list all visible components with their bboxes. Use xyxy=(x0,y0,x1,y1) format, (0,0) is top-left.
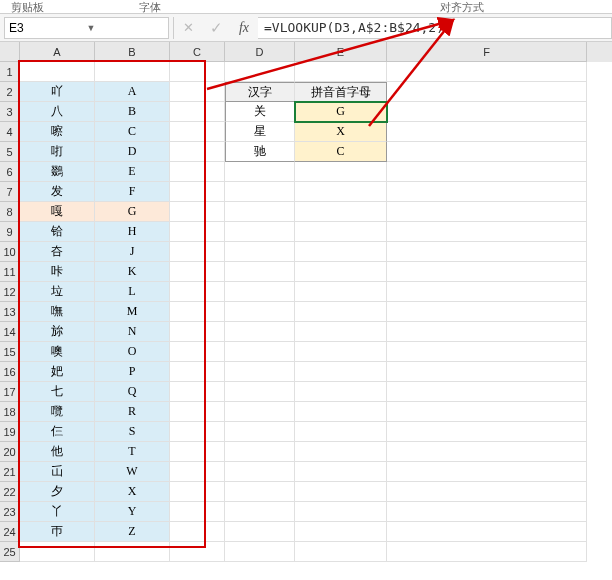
row-header-18[interactable]: 18 xyxy=(0,402,20,422)
row-header-11[interactable]: 11 xyxy=(0,262,20,282)
cell-A7[interactable]: 发 xyxy=(20,182,95,202)
cell-B23[interactable]: Y xyxy=(95,502,170,522)
cell-B1[interactable] xyxy=(95,62,170,82)
row-header-5[interactable]: 5 xyxy=(0,142,20,162)
name-box[interactable]: E3 ▼ xyxy=(4,17,169,39)
cell-E21[interactable] xyxy=(295,462,387,482)
cell-A16[interactable]: 妑 xyxy=(20,362,95,382)
cell-F23[interactable] xyxy=(387,502,587,522)
cell-E13[interactable] xyxy=(295,302,387,322)
cell-E11[interactable] xyxy=(295,262,387,282)
row-header-21[interactable]: 21 xyxy=(0,462,20,482)
cell-C19[interactable] xyxy=(170,422,225,442)
cell-E3[interactable]: G xyxy=(295,102,387,122)
cell-B6[interactable]: E xyxy=(95,162,170,182)
cell-F22[interactable] xyxy=(387,482,587,502)
cell-A25[interactable] xyxy=(20,542,95,562)
column-header-C[interactable]: C xyxy=(170,42,225,62)
cell-B18[interactable]: R xyxy=(95,402,170,422)
cell-A20[interactable]: 他 xyxy=(20,442,95,462)
confirm-button[interactable]: ✓ xyxy=(202,17,230,39)
cell-B10[interactable]: J xyxy=(95,242,170,262)
cell-F3[interactable] xyxy=(387,102,587,122)
cell-D14[interactable] xyxy=(225,322,295,342)
cell-B13[interactable]: M xyxy=(95,302,170,322)
cell-E23[interactable] xyxy=(295,502,387,522)
cell-D13[interactable] xyxy=(225,302,295,322)
cell-F1[interactable] xyxy=(387,62,587,82)
cell-D5[interactable]: 驰 xyxy=(225,142,295,162)
cell-E8[interactable] xyxy=(295,202,387,222)
row-header-24[interactable]: 24 xyxy=(0,522,20,542)
cell-D10[interactable] xyxy=(225,242,295,262)
cell-C15[interactable] xyxy=(170,342,225,362)
cell-A4[interactable]: 嚓 xyxy=(20,122,95,142)
cell-B20[interactable]: T xyxy=(95,442,170,462)
cell-F21[interactable] xyxy=(387,462,587,482)
cell-D18[interactable] xyxy=(225,402,295,422)
cell-C6[interactable] xyxy=(170,162,225,182)
cell-F13[interactable] xyxy=(387,302,587,322)
cell-B11[interactable]: K xyxy=(95,262,170,282)
cell-C16[interactable] xyxy=(170,362,225,382)
cell-F20[interactable] xyxy=(387,442,587,462)
cell-D17[interactable] xyxy=(225,382,295,402)
column-header-E[interactable]: E xyxy=(295,42,387,62)
cell-C7[interactable] xyxy=(170,182,225,202)
cell-D7[interactable] xyxy=(225,182,295,202)
cell-C8[interactable] xyxy=(170,202,225,222)
cell-E1[interactable] xyxy=(295,62,387,82)
cell-E19[interactable] xyxy=(295,422,387,442)
row-header-15[interactable]: 15 xyxy=(0,342,20,362)
cell-A24[interactable]: 帀 xyxy=(20,522,95,542)
row-header-8[interactable]: 8 xyxy=(0,202,20,222)
column-header-D[interactable]: D xyxy=(225,42,295,62)
column-header-A[interactable]: A xyxy=(20,42,95,62)
cell-F11[interactable] xyxy=(387,262,587,282)
formula-input[interactable]: =VLOOKUP(D3,A$2:B$24,2) xyxy=(258,17,612,39)
cell-A11[interactable]: 咔 xyxy=(20,262,95,282)
cell-B21[interactable]: W xyxy=(95,462,170,482)
cell-C5[interactable] xyxy=(170,142,225,162)
cell-F19[interactable] xyxy=(387,422,587,442)
cell-F9[interactable] xyxy=(387,222,587,242)
cell-D25[interactable] xyxy=(225,542,295,562)
cell-A6[interactable]: 鵽 xyxy=(20,162,95,182)
row-header-16[interactable]: 16 xyxy=(0,362,20,382)
cell-F8[interactable] xyxy=(387,202,587,222)
cell-D16[interactable] xyxy=(225,362,295,382)
cell-B24[interactable]: Z xyxy=(95,522,170,542)
column-header-B[interactable]: B xyxy=(95,42,170,62)
row-header-19[interactable]: 19 xyxy=(0,422,20,442)
cell-A14[interactable]: 旀 xyxy=(20,322,95,342)
cell-B5[interactable]: D xyxy=(95,142,170,162)
row-header-9[interactable]: 9 xyxy=(0,222,20,242)
cell-F15[interactable] xyxy=(387,342,587,362)
cell-B16[interactable]: P xyxy=(95,362,170,382)
cell-A1[interactable] xyxy=(20,62,95,82)
cell-B8[interactable]: G xyxy=(95,202,170,222)
cell-B25[interactable] xyxy=(95,542,170,562)
cell-B14[interactable]: N xyxy=(95,322,170,342)
row-header-14[interactable]: 14 xyxy=(0,322,20,342)
cell-E18[interactable] xyxy=(295,402,387,422)
cell-F12[interactable] xyxy=(387,282,587,302)
cell-D23[interactable] xyxy=(225,502,295,522)
cell-C24[interactable] xyxy=(170,522,225,542)
cell-A10[interactable]: 夻 xyxy=(20,242,95,262)
cell-D11[interactable] xyxy=(225,262,295,282)
cancel-button[interactable]: ✕ xyxy=(174,17,202,39)
cell-A5[interactable]: 咑 xyxy=(20,142,95,162)
cell-A19[interactable]: 仨 xyxy=(20,422,95,442)
cell-E24[interactable] xyxy=(295,522,387,542)
cell-D2[interactable]: 汉字 xyxy=(225,82,295,102)
fx-button[interactable]: fx xyxy=(230,17,258,39)
cell-F24[interactable] xyxy=(387,522,587,542)
cell-E2[interactable]: 拼音首字母 xyxy=(295,82,387,102)
cell-E15[interactable] xyxy=(295,342,387,362)
cell-E6[interactable] xyxy=(295,162,387,182)
cell-C22[interactable] xyxy=(170,482,225,502)
cell-E22[interactable] xyxy=(295,482,387,502)
row-header-25[interactable]: 25 xyxy=(0,542,20,562)
cell-C4[interactable] xyxy=(170,122,225,142)
